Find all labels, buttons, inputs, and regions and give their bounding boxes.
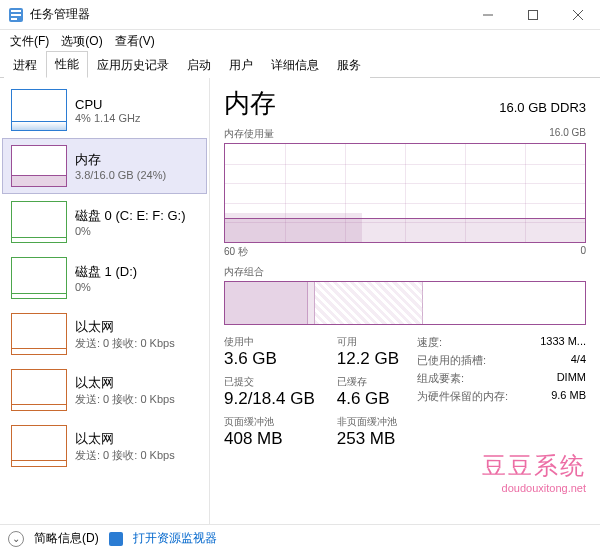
main-panel: 内存 16.0 GB DDR3 内存使用量16.0 GB 60 秒0 内存组合 … [210,78,600,524]
menu-options[interactable]: 选项(O) [55,31,108,52]
sidebar-item-ethernet[interactable]: 以太网发送: 0 接收: 0 Kbps [2,418,207,474]
sidebar-item-label: 以太网 [75,318,175,336]
stat-label: 非页面缓冲池 [337,415,399,429]
sidebar-item-memory[interactable]: 内存3.8/16.0 GB (24%) [2,138,207,194]
sidebar-item-ethernet[interactable]: 以太网发送: 0 接收: 0 Kbps [2,362,207,418]
usage-chart-label: 内存使用量 [224,127,274,141]
app-icon [8,7,24,23]
detail-key: 已使用的插槽: [417,353,486,368]
sidebar-item-label: 以太网 [75,374,175,392]
ethernet-thumb-chart [11,425,67,467]
tab-performance[interactable]: 性能 [46,51,88,78]
tab-startup[interactable]: 启动 [178,52,220,78]
menu-view[interactable]: 查看(V) [109,31,161,52]
sidebar-item-sub: 4% 1.14 GHz [75,112,140,124]
menu-file[interactable]: 文件(F) [4,31,55,52]
tabbar: 进程 性能 应用历史记录 启动 用户 详细信息 服务 [0,52,600,78]
memory-usage-chart [224,143,586,243]
sidebar-item-sub: 发送: 0 接收: 0 Kbps [75,448,175,463]
sidebar-item-sub: 3.8/16.0 GB (24%) [75,169,166,181]
sidebar-item-label: 内存 [75,151,166,169]
tab-services[interactable]: 服务 [328,52,370,78]
ethernet-thumb-chart [11,369,67,411]
memory-capacity: 16.0 GB DDR3 [499,100,586,115]
tab-details[interactable]: 详细信息 [262,52,328,78]
performance-sidebar: CPU4% 1.14 GHz 内存3.8/16.0 GB (24%) 磁盘 0 … [0,78,210,524]
stat-value-cached: 4.6 GB [337,389,399,409]
sidebar-item-sub: 0% [75,225,186,237]
detail-value-reserved: 9.6 MB [551,389,586,404]
tab-users[interactable]: 用户 [220,52,262,78]
cpu-thumb-chart [11,89,67,131]
usage-chart-max: 16.0 GB [549,127,586,141]
titlebar: 任务管理器 [0,0,600,30]
detail-key: 速度: [417,335,442,350]
stat-label: 可用 [337,335,399,349]
footer: ⌄ 简略信息(D) 打开资源监视器 [0,524,600,552]
close-button[interactable] [555,0,600,30]
detail-value-speed: 1333 M... [540,335,586,350]
detail-key: 为硬件保留的内存: [417,389,508,404]
stat-label: 已缓存 [337,375,399,389]
disk-thumb-chart [11,257,67,299]
sidebar-item-cpu[interactable]: CPU4% 1.14 GHz [2,82,207,138]
sidebar-item-ethernet[interactable]: 以太网发送: 0 接收: 0 Kbps [2,306,207,362]
tab-app-history[interactable]: 应用历史记录 [88,52,178,78]
sidebar-item-sub: 发送: 0 接收: 0 Kbps [75,392,175,407]
composition-label: 内存组合 [224,265,264,279]
detail-value-form: DIMM [557,371,586,386]
svg-rect-1 [11,10,21,12]
menubar: 文件(F) 选项(O) 查看(V) [0,30,600,52]
stat-value-available: 12.2 GB [337,349,399,369]
svg-rect-2 [11,14,21,16]
minimize-button[interactable] [465,0,510,30]
ethernet-thumb-chart [11,313,67,355]
sidebar-item-label: 以太网 [75,430,175,448]
stat-label: 使用中 [224,335,315,349]
stat-label: 页面缓冲池 [224,415,315,429]
resource-monitor-icon [109,532,123,546]
watermark: 豆豆系统 doudouxitong.net [482,450,586,494]
stat-value-committed: 9.2/18.4 GB [224,389,315,409]
stat-value-in-use: 3.6 GB [224,349,315,369]
detail-value-slots: 4/4 [571,353,586,368]
sidebar-item-disk0[interactable]: 磁盘 0 (C: E: F: G:)0% [2,194,207,250]
brief-info-link[interactable]: 简略信息(D) [34,530,99,547]
sidebar-item-label: CPU [75,97,140,112]
sidebar-item-sub: 0% [75,281,137,293]
stat-value-nonpaged: 253 MB [337,429,399,449]
stat-value-paged: 408 MB [224,429,315,449]
sidebar-item-sub: 发送: 0 接收: 0 Kbps [75,336,175,351]
axis-left: 60 秒 [224,245,248,259]
disk-thumb-chart [11,201,67,243]
maximize-button[interactable] [510,0,555,30]
chevron-down-icon[interactable]: ⌄ [8,531,24,547]
detail-key: 组成要素: [417,371,464,386]
sidebar-item-label: 磁盘 1 (D:) [75,263,137,281]
page-title: 内存 [224,86,276,121]
memory-composition-chart [224,281,586,325]
tab-processes[interactable]: 进程 [4,52,46,78]
sidebar-item-disk1[interactable]: 磁盘 1 (D:)0% [2,250,207,306]
svg-rect-3 [11,18,17,20]
stat-label: 已提交 [224,375,315,389]
axis-right: 0 [580,245,586,259]
sidebar-item-label: 磁盘 0 (C: E: F: G:) [75,207,186,225]
memory-thumb-chart [11,145,67,187]
window-title: 任务管理器 [30,6,465,23]
open-resource-monitor-link[interactable]: 打开资源监视器 [133,530,217,547]
svg-rect-5 [528,10,537,19]
